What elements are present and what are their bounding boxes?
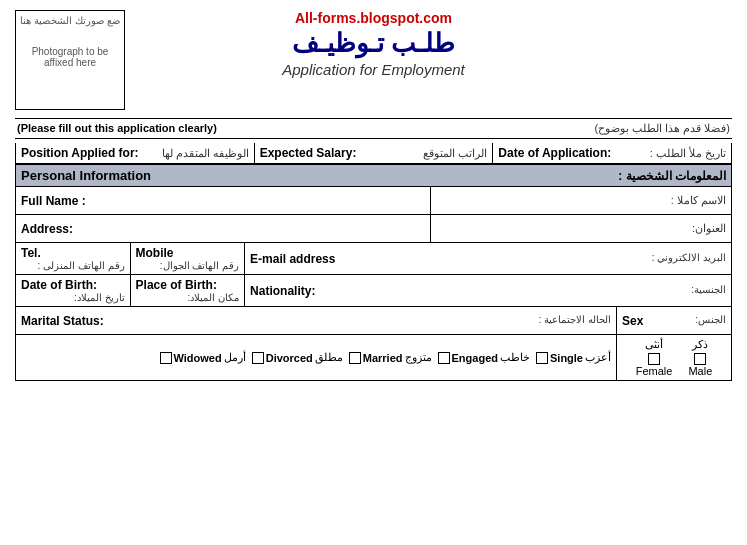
tel-cell: Tel. رقم الهاتف المنزلى :: [16, 243, 131, 275]
fullname-arabic: الاسم كاملا :: [671, 194, 726, 207]
mobile-cell: Mobile رقم الهاتف الجوال:: [130, 243, 245, 275]
dob-cell: Date of Birth: تاريخ الميلاد:: [16, 275, 131, 307]
marital-widowed-ar: أرمل: [224, 351, 246, 364]
sex-male-en: Male: [688, 365, 712, 377]
address-right: العنوان:: [430, 215, 731, 243]
fullname-row: Full Name : الاسم كاملا :: [16, 187, 732, 215]
photo-arabic-text: ضع صورتك الشخصية هنا: [20, 15, 119, 26]
personal-info-ar: المعلومات الشخصية :: [618, 169, 726, 183]
mobile-arabic: رقم الهاتف الجوال:: [160, 260, 239, 271]
salary-field: Expected Salary: الراتب المتوقع: [255, 143, 494, 163]
address-arabic: العنوان:: [692, 222, 726, 235]
header: ضع صورتك الشخصية هنا Photograph to be af…: [15, 10, 732, 110]
contact-row: Tel. رقم الهاتف المنزلى : Mobile رقم اله…: [16, 243, 732, 275]
marital-label-cell: Marital Status: الحاله الاجتماعية :: [16, 307, 617, 335]
nationality-cell: Nationality: الجنسية:: [245, 275, 732, 307]
sex-female-en: Female: [636, 365, 673, 377]
marital-widowed-en: Widowed: [174, 352, 222, 364]
nationality-label: Nationality:: [250, 284, 315, 298]
date-field: Date of Application: تاريخ ملأ الطلب :: [493, 143, 731, 163]
marital-widowed-checkbox[interactable]: [160, 352, 172, 364]
photo-english-text: Photograph to be affixed here: [20, 46, 120, 68]
date-label: Date of Application:: [498, 146, 611, 160]
photo-box: ضع صورتك الشخصية هنا Photograph to be af…: [15, 10, 125, 110]
marital-engaged-en: Engaged: [452, 352, 498, 364]
email-cell: E-mail address البريد الالكتروني :: [245, 243, 732, 275]
fullname-label: Full Name :: [21, 194, 86, 208]
marital-engaged-checkbox[interactable]: [438, 352, 450, 364]
marital-engaged: خاطب Engaged: [438, 351, 530, 364]
sex-male: ذكر Male: [688, 338, 712, 377]
marital-divorced-checkbox[interactable]: [252, 352, 264, 364]
fullname-left: Full Name :: [16, 187, 431, 215]
marital-options-container: أعزب Single خاطب Engaged متزوج Married: [21, 351, 611, 364]
nationality-arabic: الجنسية:: [691, 284, 726, 295]
marital-arabic: الحاله الاجتماعية :: [539, 314, 611, 325]
site-url: All-forms.blogspot.com: [135, 10, 612, 26]
page: ضع صورتك الشخصية هنا Photograph to be af…: [0, 0, 747, 391]
marital-options-cell: أعزب Single خاطب Engaged متزوج Married: [16, 335, 617, 381]
pob-cell: Place of Birth: مكان الميلاد:: [130, 275, 245, 307]
dob-arabic: تاريخ الميلاد:: [74, 292, 125, 303]
sex-male-ar: ذكر: [692, 338, 708, 351]
dob-row: Date of Birth: تاريخ الميلاد: Place of B…: [16, 275, 732, 307]
position-field: Position Applied for: الوظيفه المتقدم له…: [16, 143, 255, 163]
salary-label: Expected Salary:: [260, 146, 357, 160]
marital-divorced-ar: مطلق: [315, 351, 343, 364]
position-arabic: الوظيفه المتقدم لها: [162, 147, 249, 160]
marital-married-en: Married: [363, 352, 403, 364]
marital-label-row: Marital Status: الحاله الاجتماعية : Sex …: [16, 307, 732, 335]
position-label: Position Applied for:: [21, 146, 139, 160]
marital-engaged-ar: خاطب: [500, 351, 530, 364]
fullname-right: الاسم كاملا :: [430, 187, 731, 215]
marital-single: أعزب Single: [536, 351, 611, 364]
personal-info-header-row: Personal Information المعلومات الشخصية :: [16, 165, 732, 187]
sex-female-checkbox[interactable]: [648, 353, 660, 365]
personal-info-en: Personal Information: [21, 168, 151, 183]
sex-label-cell: Sex الجنس:: [617, 307, 732, 335]
marital-married-checkbox[interactable]: [349, 352, 361, 364]
date-arabic: تاريخ ملأ الطلب :: [650, 147, 726, 160]
email-label: E-mail address: [250, 252, 335, 266]
address-left: Address:: [16, 215, 431, 243]
marital-divorced-en: Divorced: [266, 352, 313, 364]
marital-single-checkbox[interactable]: [536, 352, 548, 364]
marital-single-ar: أعزب: [585, 351, 611, 364]
marital-single-en: Single: [550, 352, 583, 364]
sex-options-cell: أنثى Female ذكر Male: [617, 335, 732, 381]
marital-divorced: مطلق Divorced: [252, 351, 343, 364]
sex-male-checkbox[interactable]: [694, 353, 706, 365]
pob-arabic: مكان الميلاد:: [188, 292, 240, 303]
marital-options-row: أعزب Single خاطب Engaged متزوج Married: [16, 335, 732, 381]
sex-arabic: الجنس:: [695, 314, 726, 325]
marital-married: متزوج Married: [349, 351, 432, 364]
tel-label: Tel.: [21, 246, 41, 260]
instructions-row: (Please fill out this application clearl…: [15, 118, 732, 139]
address-row: Address: العنوان:: [16, 215, 732, 243]
english-title: Application for Employment: [135, 61, 612, 78]
instructions-english: (Please fill out this application clearl…: [17, 122, 217, 135]
marital-married-ar: متزوج: [405, 351, 432, 364]
personal-info-header: Personal Information المعلومات الشخصية :: [16, 165, 732, 187]
arabic-title: طلـب تـوظيـف: [135, 28, 612, 59]
marital-widowed: أرمل Widowed: [160, 351, 246, 364]
form-table: Personal Information المعلومات الشخصية :…: [15, 164, 732, 381]
email-arabic: البريد الالكتروني :: [652, 252, 726, 263]
header-center: All-forms.blogspot.com طلـب تـوظيـف Appl…: [125, 10, 622, 78]
sex-female-ar: أنثى: [645, 338, 663, 351]
instructions-arabic: (فضلا قدم هذا الطلب بوضوح): [594, 122, 730, 135]
tel-arabic: رقم الهاتف المنزلى :: [37, 260, 124, 271]
sex-options-container: أنثى Female ذكر Male: [622, 338, 726, 377]
salary-arabic: الراتب المتوقع: [423, 147, 487, 160]
address-label: Address:: [21, 222, 73, 236]
dob-label: Date of Birth:: [21, 278, 97, 292]
marital-label: Marital Status:: [21, 314, 104, 328]
sex-label: Sex: [622, 314, 643, 328]
sex-female: أنثى Female: [636, 338, 673, 377]
pob-label: Place of Birth:: [136, 278, 217, 292]
top-fields-container: Position Applied for: الوظيفه المتقدم له…: [15, 143, 732, 164]
mobile-label: Mobile: [136, 246, 174, 260]
